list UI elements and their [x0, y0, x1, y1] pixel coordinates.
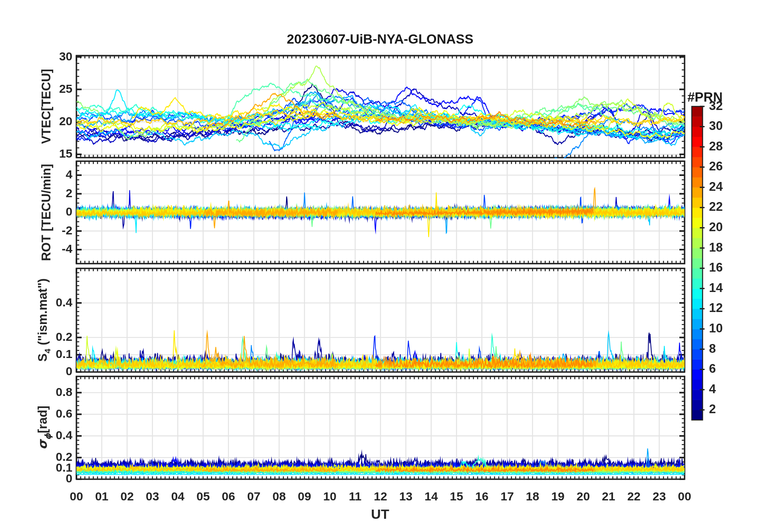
chart-title: 20230607-UiB-NYA-GLONASS	[287, 32, 473, 47]
figure: 20230607-UiB-NYA-GLONASS VTEC[TECU] ROT …	[0, 0, 761, 532]
colorbar-title: #PRN	[687, 90, 723, 105]
ylabel-vtec: VTEC[TECU]	[39, 69, 54, 144]
chart-canvas	[0, 0, 761, 532]
ylabel-sigma-phi: σϕ[rad]	[35, 406, 52, 450]
ylabel-s4: S4 ("ism.mat")	[36, 278, 52, 362]
ylabel-rot: ROT [TECU/min]	[39, 164, 54, 261]
xlabel-ut: UT	[371, 506, 389, 522]
